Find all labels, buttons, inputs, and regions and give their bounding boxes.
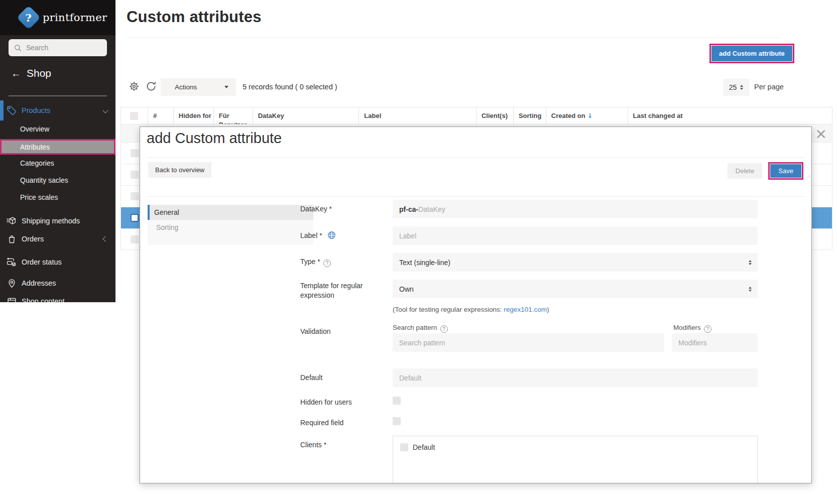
table-header-row: # Hidden for Für Benutzer DataKey Label … (121, 107, 832, 124)
column-header[interactable]: Hidden for (174, 107, 214, 124)
sidebar-item-label: Orders (22, 235, 44, 243)
sidebar-item-quantity-sacles[interactable]: Quantity sacles (0, 173, 115, 187)
modal-side-nav: General Sorting (148, 205, 313, 245)
help-icon[interactable]: ? (704, 325, 711, 333)
required-field-label: Required field (300, 419, 343, 427)
column-header[interactable]: # (148, 107, 174, 124)
sidebar-item-label: Shipping methods (22, 217, 80, 225)
client-option[interactable]: Default (393, 436, 757, 451)
stepper-icon (740, 85, 743, 90)
active-tab-indicator (148, 205, 150, 220)
row-checkbox[interactable] (131, 192, 139, 200)
order-status-icon (6, 257, 17, 268)
sidebar-item-label: Categories (20, 159, 54, 167)
column-header[interactable]: Client(s) (476, 107, 514, 124)
hidden-for-users-checkbox[interactable] (393, 397, 401, 405)
sort-descending-icon: ↓ (587, 112, 593, 119)
label-field[interactable]: Label (393, 226, 758, 245)
save-button[interactable]: Save (770, 164, 801, 178)
refresh-icon[interactable] (146, 81, 158, 93)
tab-general[interactable]: General (148, 205, 313, 220)
select-all-checkbox[interactable] (130, 112, 138, 120)
sidebar-item-shipping-methods[interactable]: Shipping methods (0, 213, 115, 229)
datakey-label: DataKey * (300, 205, 332, 213)
type-value: Text (single-line) (399, 259, 450, 267)
template-select[interactable]: Own (393, 280, 758, 298)
globe-icon[interactable] (327, 231, 336, 239)
search-input[interactable] (26, 44, 96, 52)
column-header[interactable]: DataKey (253, 107, 360, 124)
row-checkbox[interactable] (131, 214, 139, 222)
row-checkbox[interactable] (131, 149, 139, 157)
sidebar-item-categories[interactable]: Categories (0, 156, 115, 170)
column-header[interactable]: Last changed at (628, 107, 832, 124)
column-header[interactable]: Sorting (514, 107, 546, 124)
modifiers-label: Modifiers? (673, 324, 711, 333)
search-pattern-label: Search pattern? (393, 324, 448, 333)
sidebar: ? printformer ← Shop Products Overview (0, 0, 115, 302)
close-icon[interactable]: × (815, 127, 827, 141)
sidebar-item-attributes[interactable]: Attributes (0, 139, 115, 155)
modifiers-placeholder: Modifiers (678, 339, 707, 347)
clients-label: Clients * (300, 441, 326, 449)
sidebar-item-label: Order status (22, 258, 62, 266)
default-field[interactable]: Default (393, 368, 758, 387)
modifiers-field[interactable]: Modifiers (672, 333, 758, 352)
per-page-value: 25 (729, 83, 737, 91)
client-option-label: Default (413, 443, 435, 451)
sidebar-item-shop-content[interactable]: Shop content (0, 293, 115, 302)
row-checkbox[interactable] (131, 235, 139, 243)
label-label: Label * (300, 231, 336, 239)
column-header-sorted[interactable]: Created on↓ (546, 107, 628, 124)
add-custom-attribute-modal: add Custom attribute Back to overview De… (140, 127, 812, 483)
client-default-checkbox[interactable] (400, 443, 408, 451)
search-pattern-placeholder: Search pattern (399, 339, 445, 347)
default-label: Default (300, 373, 322, 382)
sidebar-item-label: Attributes (20, 143, 50, 151)
back-to-shop[interactable]: ← Shop (11, 67, 51, 79)
sidebar-item-price-scales[interactable]: Price scales (0, 190, 115, 204)
highlight-outline: add Custom attribute (709, 44, 794, 63)
regex-hint: (Tool for testing regular expressions: r… (393, 306, 549, 313)
tab-label: General (154, 208, 179, 216)
column-header[interactable]: Für Benutzer (214, 107, 253, 124)
actions-dropdown[interactable]: Actions (161, 78, 236, 96)
sidebar-item-overview[interactable]: Overview (0, 122, 115, 136)
clients-list: Default (393, 436, 758, 483)
column-header[interactable]: Label (359, 107, 476, 124)
sidebar-search[interactable] (9, 39, 107, 56)
brand-area[interactable]: ? printformer (0, 0, 115, 35)
tag-icon (6, 105, 17, 116)
per-page-select[interactable]: 25 (723, 79, 749, 96)
tab-sorting[interactable]: Sorting (148, 220, 313, 235)
sidebar-item-label: Products (22, 106, 50, 114)
regex101-link[interactable]: regex101.com (504, 306, 547, 313)
type-select[interactable]: Text (single-line) (393, 253, 758, 272)
delete-button[interactable]: Delete (728, 163, 763, 179)
sidebar-item-addresses[interactable]: Addresses (0, 275, 115, 291)
row-checkbox[interactable] (131, 171, 139, 179)
chevron-left-icon (102, 236, 108, 241)
highlight-outline: Save (768, 162, 803, 180)
shipping-box-icon (6, 215, 17, 226)
help-icon[interactable]: ? (323, 260, 331, 267)
add-custom-attribute-button[interactable]: add Custom attribute (711, 46, 792, 61)
gear-icon[interactable] (129, 81, 141, 93)
datakey-field[interactable]: pf-ca-DataKey (393, 200, 758, 218)
sidebar-divider (9, 95, 107, 96)
sidebar-item-label: Overview (20, 125, 49, 133)
shopping-bag-icon (6, 233, 17, 244)
back-to-overview-button[interactable]: Back to overview (148, 162, 211, 178)
page-title: Custom attributes (127, 8, 262, 26)
search-pattern-field[interactable]: Search pattern (393, 333, 664, 352)
sidebar-item-products[interactable]: Products (0, 99, 115, 121)
table-toolbar: Actions 5 records found ( 0 selected ) 2… (115, 78, 837, 96)
sidebar-item-orders[interactable]: Orders (0, 231, 115, 247)
divider (147, 196, 805, 197)
sidebar-item-order-status[interactable]: Order status (0, 253, 115, 271)
sidebar-item-label: Quantity sacles (20, 176, 68, 184)
required-field-checkbox[interactable] (393, 417, 401, 425)
browser-window-icon (6, 296, 17, 302)
help-icon[interactable]: ? (440, 325, 448, 333)
sidebar-item-label: Shop content (22, 297, 64, 302)
